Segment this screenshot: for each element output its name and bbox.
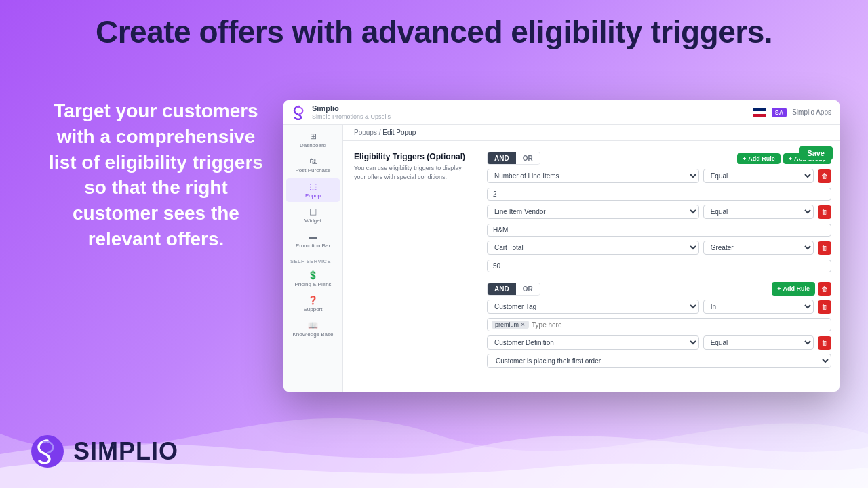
- delete-rule-3[interactable]: 🗑: [818, 241, 831, 255]
- rule-block-4: Customer Tag In 🗑 premium: [487, 300, 831, 331]
- and-or-toggle-1: AND OR: [487, 152, 540, 165]
- content-body: Eligibility Triggers (Optional) You can …: [343, 141, 840, 378]
- app-subtitle: Simple Promotions & Upsells: [312, 113, 391, 120]
- self-service-label: SELF SERVICE: [283, 253, 342, 266]
- add-rule-btn-2[interactable]: + Add Rule: [772, 282, 815, 296]
- breadcrumb-current: Edit Popup: [382, 129, 416, 136]
- popup-icon: ⬚: [309, 182, 317, 191]
- operator-select-3[interactable]: Greater: [703, 241, 814, 255]
- sidebar-item-support-label: Support: [303, 306, 322, 312]
- rule-value-2[interactable]: [487, 224, 831, 237]
- right-panel: AND OR + Add Rule +: [479, 146, 840, 378]
- add-rule-group-2: + Add Rule 🗑: [772, 282, 831, 296]
- operator-select-5[interactable]: Equal: [703, 336, 814, 350]
- post-purchase-icon: 🛍: [309, 157, 317, 166]
- rule-row-1: Number of Line Items Equal 🗑: [487, 169, 831, 183]
- sidebar-item-promotion-bar-label: Promotion Bar: [296, 243, 330, 249]
- sidebar-item-support[interactable]: ❓ Support: [286, 292, 340, 316]
- add-rule-icon-2: +: [777, 285, 781, 292]
- operator-select-2[interactable]: Equal: [703, 205, 814, 219]
- add-group-icon: +: [789, 155, 792, 162]
- field-select-1[interactable]: Number of Line Items: [487, 169, 699, 183]
- app-window: Simplio Simple Promotions & Upsells SA S…: [283, 100, 840, 392]
- headline: Create offers with advanced eligibility …: [0, 15, 868, 49]
- title-bar-right: SA Simplio Apps: [753, 108, 831, 117]
- sidebar-item-widget[interactable]: ◫ Widget: [286, 203, 340, 227]
- rule-block-3: Cart Total Greater 🗑: [487, 241, 831, 277]
- rule-value-1[interactable]: [487, 188, 831, 201]
- rule-row-2: Line Item Vendor Equal 🗑: [487, 205, 831, 219]
- simplio-apps-label: Simplio Apps: [792, 108, 831, 116]
- breadcrumb-base: Popups: [354, 129, 377, 136]
- sidebar-item-dashboard[interactable]: ⊞ Dashboard: [286, 128, 340, 152]
- and-or-row-1: AND OR + Add Rule +: [487, 152, 831, 165]
- customer-definition-dropdown[interactable]: Customer is placing their first order: [487, 354, 831, 368]
- field-select-3[interactable]: Cart Total: [487, 241, 699, 255]
- tag-remove-premium[interactable]: ✕: [520, 321, 526, 328]
- breadcrumb: Popups / Edit Popup: [343, 125, 840, 141]
- field-select-4[interactable]: Customer Tag: [487, 300, 699, 314]
- and-btn-1[interactable]: AND: [488, 152, 516, 164]
- add-rule-icon: +: [743, 155, 746, 162]
- or-btn-2[interactable]: OR: [516, 283, 540, 295]
- field-select-5[interactable]: Customer Definition: [487, 336, 699, 350]
- rule-block-2: Line Item Vendor Equal 🗑: [487, 205, 831, 241]
- pricing-icon: 💲: [308, 270, 318, 280]
- left-panel: Eligibility Triggers (Optional) You can …: [343, 146, 479, 378]
- operator-select-4[interactable]: In: [703, 300, 814, 314]
- sidebar-item-promotion-bar[interactable]: ▬ Promotion Bar: [286, 228, 340, 252]
- left-description: Target your customers with a comprehensi…: [41, 98, 271, 252]
- and-or-toggle-2: AND OR: [487, 283, 540, 296]
- dashboard-icon: ⊞: [310, 131, 317, 141]
- rule-row-3: Cart Total Greater 🗑: [487, 241, 831, 255]
- rule-block-5: Customer Definition Equal 🗑 Customer is …: [487, 336, 831, 372]
- delete-group-2[interactable]: 🗑: [818, 282, 831, 296]
- simplio-logo-small: [292, 105, 307, 120]
- delete-rule-2[interactable]: 🗑: [818, 205, 831, 219]
- rule-group-2: AND OR + Add Rule 🗑: [487, 282, 831, 372]
- sidebar-item-pricing[interactable]: 💲 Pricing & Plans: [286, 267, 340, 291]
- rule-row-4: Customer Tag In 🗑: [487, 300, 831, 314]
- logo-area: SIMPLIO: [30, 434, 178, 469]
- delete-rule-5[interactable]: 🗑: [818, 336, 831, 350]
- tag-type-input[interactable]: [532, 321, 827, 329]
- rule-block-1: Number of Line Items Equal 🗑: [487, 169, 831, 205]
- delete-rule-1[interactable]: 🗑: [818, 169, 831, 183]
- or-btn-1[interactable]: OR: [516, 152, 540, 164]
- eligibility-title: Eligibility Triggers (Optional): [354, 152, 468, 161]
- app-title-block: Simplio Simple Promotions & Upsells: [312, 104, 391, 120]
- tag-input-row[interactable]: premium ✕: [487, 318, 831, 331]
- sidebar-item-dashboard-label: Dashboard: [300, 142, 326, 148]
- sidebar-item-widget-label: Widget: [304, 218, 321, 224]
- sa-badge: SA: [772, 108, 787, 117]
- title-bar-left: Simplio Simple Promotions & Upsells: [292, 104, 391, 120]
- knowledge-base-icon: 📖: [308, 321, 318, 330]
- field-select-2[interactable]: Line Item Vendor: [487, 205, 699, 219]
- operator-select-1[interactable]: Equal: [703, 169, 814, 183]
- support-icon: ❓: [308, 296, 318, 305]
- sidebar-item-post-purchase-label: Post Purchase: [295, 167, 330, 174]
- and-btn-2[interactable]: AND: [488, 283, 516, 295]
- rule-group-1: AND OR + Add Rule +: [487, 152, 831, 277]
- sidebar-item-popup[interactable]: ⬚ Popup: [286, 178, 340, 202]
- simplio-logo: [30, 434, 65, 469]
- rule-value-3[interactable]: [487, 260, 831, 272]
- sidebar: ⊞ Dashboard 🛍 Post Purchase ⬚ Popup ◫ Wi…: [283, 125, 343, 392]
- save-button[interactable]: Save: [799, 146, 833, 160]
- and-or-row-2: AND OR + Add Rule 🗑: [487, 282, 831, 296]
- add-rule-btn-1[interactable]: + Add Rule: [737, 153, 781, 164]
- sidebar-item-knowledge-base-label: Knowledge Base: [292, 331, 333, 338]
- sidebar-item-post-purchase[interactable]: 🛍 Post Purchase: [286, 153, 340, 177]
- app-name: Simplio: [312, 104, 391, 113]
- delete-rule-4[interactable]: 🗑: [818, 300, 831, 314]
- sidebar-item-pricing-label: Pricing & Plans: [294, 281, 331, 287]
- title-bar: Simplio Simple Promotions & Upsells SA S…: [283, 100, 840, 125]
- sidebar-item-popup-label: Popup: [305, 192, 321, 199]
- tag-label: premium: [495, 321, 519, 328]
- sidebar-item-knowledge-base[interactable]: 📖 Knowledge Base: [286, 317, 340, 341]
- flag-icon: [753, 108, 766, 117]
- rule-row-5: Customer Definition Equal 🗑: [487, 336, 831, 350]
- app-body: ⊞ Dashboard 🛍 Post Purchase ⬚ Popup ◫ Wi…: [283, 125, 840, 392]
- logo-text: SIMPLIO: [73, 437, 178, 466]
- widget-icon: ◫: [309, 207, 317, 216]
